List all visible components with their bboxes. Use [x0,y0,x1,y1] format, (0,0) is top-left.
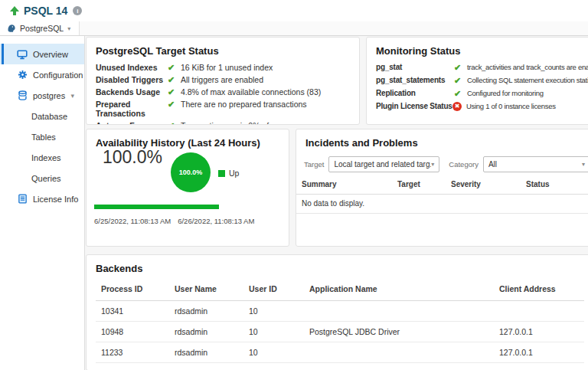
availability-card: Availability History (Last 24 Hours) 100… [86,129,289,247]
sidebar-item-label: postgres [33,91,65,100]
legend-up-swatch [218,170,225,177]
check-icon [452,63,462,72]
sidebar-item-configuration[interactable]: Configuration [0,64,84,85]
status-label: Autovac Freeze Age [96,121,166,125]
sidebar-item-queries[interactable]: Queries [0,168,84,188]
dropdown-arrow-icon [582,161,585,168]
cell-application-name [304,301,494,322]
target-status-list: Unused Indexes 16 KiB for 1 unused index… [87,57,359,125]
check-icon [452,89,462,98]
table-row[interactable]: 10948 rdsadmin 10 PostgreSQL JDBC Driver… [96,322,584,342]
incidents-card: Incidents and Problems Target Local targ… [296,129,588,247]
check-icon [166,75,176,84]
pie-label: 100.0% [179,169,203,176]
cell-application-name: PostgreSQL Plugin for Enterprise Manager [304,363,494,370]
column-header: Target [392,178,446,195]
top-header: PSQL 14 [0,0,588,21]
status-label: Plugin License Status [376,102,452,111]
backends-table: Process ID User Name User ID Application… [96,280,584,370]
sidebar-item-tables[interactable]: Tables [0,126,84,147]
dropdown-value: All [488,160,582,169]
sidebar-item-label: Indexes [31,153,61,162]
status-value: Using 1 of 0 instance licenses [466,102,556,111]
sidebar-item-label: License Info [33,195,78,204]
up-arrow-icon [10,6,19,15]
column-header: User Name [169,280,243,301]
chevron-down-icon [70,92,74,100]
status-value: Collecting SQL statement execution stati… [467,76,588,85]
status-label: Unused Indexes [96,63,166,72]
status-value: track_activities and track_counts are en… [467,63,588,72]
sidebar-item-label: Tables [31,133,56,142]
availability-time-range: 6/25/2022, 11:08:13 AM 6/26/2022, 11:08:… [94,217,254,225]
check-icon [166,87,176,97]
target-filter-dropdown[interactable]: Local target and related targ... [328,156,439,172]
sidebar-item-database[interactable]: Database [0,106,84,126]
sidebar-item-label: Configuration [33,70,83,80]
column-header: Severity [446,178,521,195]
sidebar: Overview Configuration postgres Database [0,36,85,370]
status-value: 16 KiB for 1 unused index [181,63,273,72]
status-row: pg_stat track_activities and track_count… [376,63,588,72]
cell-client-address: 172.31.19.31 [494,363,584,370]
info-icon[interactable] [73,6,82,15]
card-title: Incidents and Problems [296,129,588,149]
status-label: Backends Usage [96,87,166,97]
status-row: Replication Configured for monitoring [376,89,588,98]
status-row: Unused Indexes 16 KiB for 1 unused index [96,63,350,72]
status-row: Prepared Transactions There are no prepa… [96,100,350,118]
card-title: PostgreSQL Target Status [87,38,359,57]
cell-user-name: rdsadmin [169,322,243,342]
sidebar-item-label: Database [31,112,67,121]
sidebar-item-indexes[interactable]: Indexes [0,147,84,168]
check-icon [166,100,176,109]
sidebar-item-label: Queries [31,174,61,183]
incidents-table: Summary Target Severity Status No data t… [296,178,588,214]
legend-label: Up [229,169,239,178]
dropdown-arrow-icon [431,161,434,168]
status-row: Disabled Triggers All triggers are enabl… [96,75,350,84]
postgresql-elephant-icon [7,24,16,33]
cell-user-id: 10 [243,301,304,322]
cell-user-name: rdsadmin [169,342,243,363]
cell-client-address: 127.0.0.1 [494,342,584,363]
target-status-card: PostgreSQL Target Status Unused Indexes … [86,37,360,125]
column-header: User ID [243,280,304,301]
check-icon [452,76,462,85]
sidebar-item-license-info[interactable]: License Info [0,188,84,209]
cell-user-id: 10 [243,342,304,363]
backends-card: Backends Process ID User Name User ID Ap… [86,254,588,370]
menubar: PostgreSQL [0,21,588,36]
sidebar-item-overview[interactable]: Overview [0,44,84,64]
sidebar-item-postgres[interactable]: postgres [0,85,84,106]
table-row[interactable]: 10341 rdsadmin 10 [96,301,584,322]
empty-message: No data to display. [296,195,588,214]
error-icon [452,102,462,111]
table-row[interactable]: 963 postgres 16395 PostgreSQL Plugin for… [96,363,584,370]
dropdown-value: Local target and related targ... [334,160,431,169]
cell-application-name: PostgreSQL JDBC Driver [304,322,494,342]
cell-user-id: 10 [243,322,304,342]
cell-user-name: rdsadmin [169,301,243,322]
status-label: pg_stat_statements [376,76,452,85]
cell-process-id: 11233 [96,342,169,363]
cell-user-id: 16395 [243,363,304,370]
status-value: There are no prepared transactions [181,100,307,109]
table-row[interactable]: 11233 rdsadmin 10 127.0.0.1 [96,342,584,363]
status-label: Prepared Transactions [96,100,166,118]
incidents-filters: Target Local target and related targ... … [304,156,588,172]
status-row: pg_stat_statements Collecting SQL statem… [376,76,588,85]
column-header: Status [521,178,588,195]
status-row: Plugin License Status Using 1 of 0 insta… [376,102,588,111]
chevron-down-icon [67,25,70,32]
status-row: Autovac Freeze Age Transaction age is 0%… [96,121,350,125]
menu-label: PostgreSQL [20,24,64,33]
category-filter-dropdown[interactable]: All [483,156,588,172]
postgresql-menu[interactable]: PostgreSQL [0,21,80,35]
availability-pie-chart: 100.0% [171,152,211,192]
gear-icon [17,70,28,80]
status-label: Disabled Triggers [96,75,166,84]
column-header: Process ID [96,280,169,301]
card-title: Monitoring Status [367,38,588,57]
availability-percent: 100.0% [103,147,162,168]
